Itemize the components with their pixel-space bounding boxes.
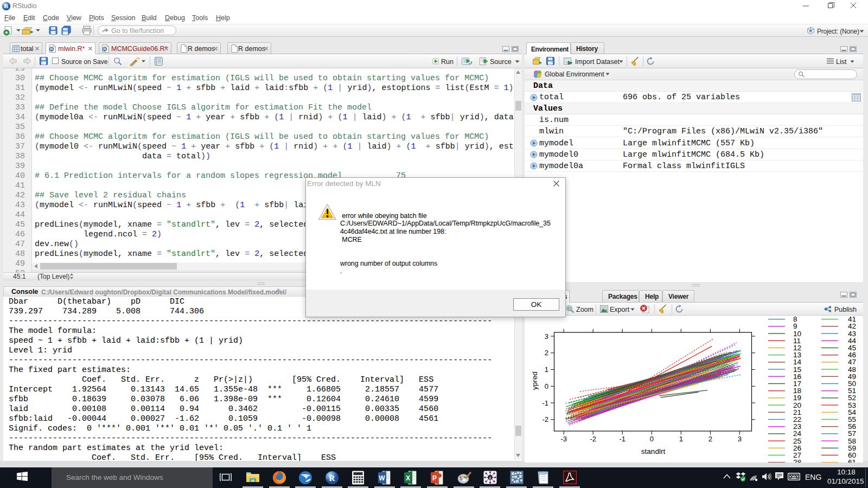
svg-text:3: 3 <box>545 332 548 341</box>
svg-text:X: X <box>406 474 410 482</box>
svg-text:0: 0 <box>650 435 654 443</box>
svg-text:8: 8 <box>489 476 492 480</box>
svg-text:61: 61 <box>848 458 856 463</box>
svg-text:R: R <box>329 474 335 483</box>
svg-text:1: 1 <box>545 365 548 374</box>
svg-text:-3: -3 <box>560 435 567 443</box>
svg-text:0: 0 <box>545 382 548 390</box>
svg-text:-2: -2 <box>542 415 548 423</box>
svg-text:P: P <box>432 474 437 482</box>
svg-text:R: R <box>809 29 812 33</box>
svg-text:-1: -1 <box>542 399 548 407</box>
svg-text:ypred: ypred <box>531 371 539 390</box>
svg-text:R: R <box>50 47 53 52</box>
svg-text:1: 1 <box>679 435 683 443</box>
svg-text:28: 28 <box>793 458 801 463</box>
svg-text:R: R <box>4 3 9 9</box>
svg-text:-1: -1 <box>619 435 626 443</box>
svg-text:2: 2 <box>545 349 548 357</box>
svg-text:R: R <box>103 47 106 52</box>
svg-text:standlrt: standlrt <box>641 447 666 455</box>
svg-text:-2: -2 <box>590 435 596 443</box>
svg-text:3: 3 <box>738 435 742 443</box>
svg-text:2: 2 <box>709 435 712 443</box>
svg-text:W: W <box>379 474 385 482</box>
